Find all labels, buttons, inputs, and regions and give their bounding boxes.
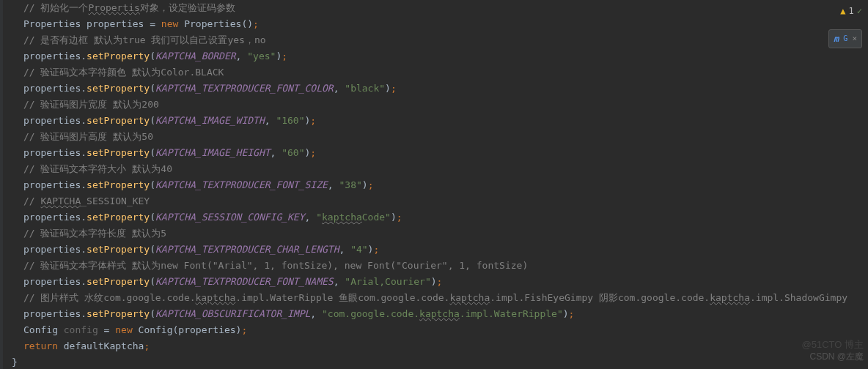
code-line: // 验证码图片宽度 默认为200 — [6, 97, 868, 113]
code-line: properties.setProperty(KAPTCHA_TEXTPRODU… — [6, 274, 868, 290]
code-line: properties.setProperty(KAPTCHA_IMAGE_WID… — [6, 113, 868, 129]
code-line: properties.setProperty(KAPTCHA_OBSCURIFI… — [6, 306, 868, 322]
code-line: // 是否有边框 默认为true 我们可以自己设置yes，no — [6, 32, 868, 48]
code-line: properties.setProperty(KAPTCHA_IMAGE_HEI… — [6, 145, 868, 161]
code-line: properties.setProperty(KAPTCHA_TEXTPRODU… — [6, 242, 868, 258]
code-line: properties.setProperty(KAPTCHA_BORDER, "… — [6, 48, 868, 64]
code-line: properties.setProperty(KAPTCHA_TEXTPRODU… — [6, 81, 868, 97]
code-line: // 图片样式 水纹com.google.code.kaptcha.impl.W… — [6, 290, 868, 306]
watermark: CSDN @左魔 — [809, 348, 864, 365]
code-line: // KAPTCHA_SESSION_KEY — [6, 193, 868, 209]
code-line: Config config = new Config(properties); — [6, 322, 868, 338]
code-line: // 验证码图片高度 默认为50 — [6, 129, 868, 145]
code-line: // 验证码文本字体样式 默认为new Font("Arial", 1, fon… — [6, 258, 868, 274]
code-line: return defaultKaptcha; — [6, 338, 868, 354]
code-line: properties.setProperty(KAPTCHA_TEXTPRODU… — [6, 177, 868, 193]
code-editor[interactable]: // 初始化一个Propertis对象，设定验证码参数 Properties p… — [0, 0, 868, 369]
code-line: properties.setProperty(KAPTCHA_SESSION_C… — [6, 209, 868, 225]
code-line: // 验证码文本字符大小 默认为40 — [6, 161, 868, 177]
code-line: // 验证码文本字符长度 默认为5 — [6, 225, 868, 242]
code-line: // 验证码文本字符颜色 默认为Color.BLACK — [6, 64, 868, 81]
code-line: Properties properties = new Properties()… — [6, 16, 868, 32]
code-line: // 初始化一个Propertis对象，设定验证码参数 — [6, 0, 868, 16]
code-line: } — [6, 354, 868, 369]
